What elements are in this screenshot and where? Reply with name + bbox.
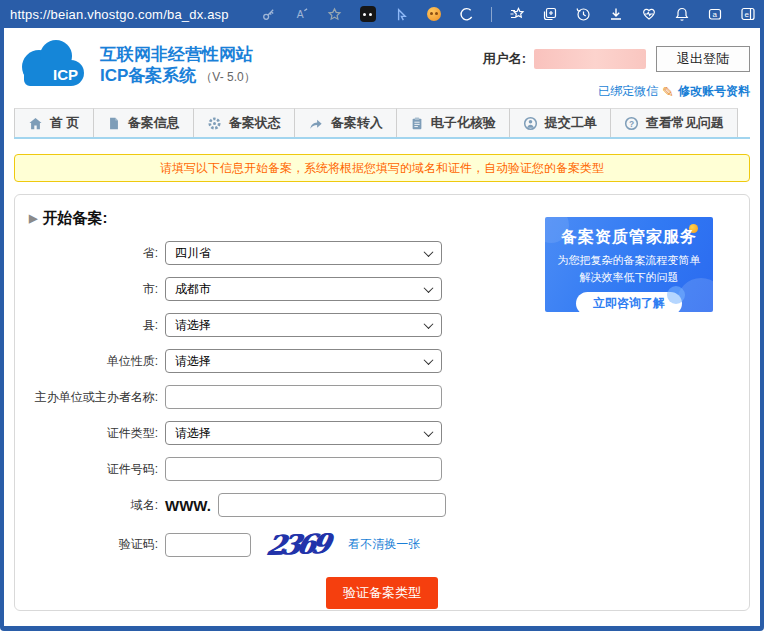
county-select-value: 请选择 xyxy=(175,317,211,334)
ticket-icon xyxy=(523,116,538,131)
svg-text:a: a xyxy=(712,10,717,19)
chevron-down-icon xyxy=(424,355,434,365)
browser-essentials-icon[interactable] xyxy=(640,6,657,23)
brand-title: 互联网非经营性网站 ICP备案系统（V- 5.0） xyxy=(100,40,256,104)
tab-filing-transfer[interactable]: 备案转入 xyxy=(295,108,397,137)
username-label: 用户名: xyxy=(483,50,526,68)
tab-label: 首 页 xyxy=(50,114,80,132)
form-row-cert-type: 证件类型: 请选择 xyxy=(15,421,749,445)
downloads-icon[interactable] xyxy=(607,6,624,23)
tab-filing-status[interactable]: 备案状态 xyxy=(194,108,295,137)
cert-type-select[interactable]: 请选择 xyxy=(165,421,442,445)
chevron-down-icon xyxy=(424,427,434,437)
form-row-domain: 域名: WWW. xyxy=(15,493,749,517)
edit-account-link[interactable]: 修改账号资料 xyxy=(678,83,750,100)
chevron-down-icon xyxy=(424,283,434,293)
tab-label: 提交工单 xyxy=(545,114,597,132)
form-row-org-name: 主办单位或主办者名称: xyxy=(15,385,749,409)
transfer-icon xyxy=(308,116,324,131)
domain-input[interactable] xyxy=(218,493,446,517)
verify-icon xyxy=(410,116,424,131)
logout-button[interactable]: 退出登陆 xyxy=(656,46,750,72)
www-prefix: WWW. xyxy=(165,497,211,514)
brand-line2: ICP备案系统 xyxy=(100,66,196,85)
city-label: 市: xyxy=(15,281,165,298)
chevron-down-icon xyxy=(424,247,434,257)
question-icon: ? xyxy=(624,116,639,131)
promo-title: 备案资质管家服务 xyxy=(545,227,713,248)
province-label: 省: xyxy=(15,245,165,262)
version-label: （V- 5.0） xyxy=(200,70,255,84)
collections-icon[interactable] xyxy=(541,6,558,23)
svg-text:?: ? xyxy=(629,118,634,128)
verify-filing-type-button[interactable]: 验证备案类型 xyxy=(326,577,438,609)
cert-number-input[interactable] xyxy=(165,457,442,481)
favorites-bar-icon[interactable] xyxy=(508,6,525,23)
file-icon xyxy=(107,116,121,131)
submit-row: 验证备案类型 xyxy=(15,577,749,609)
logo-text: ICP xyxy=(53,66,78,83)
username-value-redacted xyxy=(534,49,646,69)
org-type-select-value: 请选择 xyxy=(175,353,211,370)
org-name-input[interactable] xyxy=(165,385,442,409)
extension-robot-icon[interactable] xyxy=(359,6,376,23)
province-select[interactable]: 四川省 xyxy=(165,241,442,265)
city-select-value: 成都市 xyxy=(175,281,211,298)
notice-banner: 请填写以下信息开始备案，系统将根据您填写的域名和证件，自动验证您的备案类型 xyxy=(14,154,750,182)
main-nav: 首 页 备案信息 备案状态 备案转入 电子化核验 提交工单 xyxy=(14,108,750,139)
address-url[interactable]: https://beian.vhostgo.com/ba_dx.asp xyxy=(10,7,229,22)
icp-cloud-logo: ICP xyxy=(22,40,86,88)
svg-text:A: A xyxy=(297,9,304,20)
pointer-extension-icon[interactable] xyxy=(392,6,409,23)
form-heading-text: 开始备案: xyxy=(42,209,107,228)
form-row-county: 县: 请选择 xyxy=(15,313,749,337)
toolbar-divider xyxy=(491,7,492,22)
cert-type-select-value: 请选择 xyxy=(175,425,211,442)
home-icon xyxy=(28,116,43,131)
tab-label: 电子化核验 xyxy=(431,114,496,132)
org-type-select[interactable]: 请选择 xyxy=(165,349,442,373)
captcha-input[interactable] xyxy=(165,533,251,557)
wechat-bound-link[interactable]: 已绑定微信 xyxy=(598,83,658,100)
captcha-label: 验证码: xyxy=(15,536,165,553)
promo-banner[interactable]: 备案资质管家服务 为您把复杂的备案流程变简单 解决效率低下的问题 立即咨询了解 xyxy=(545,217,713,312)
county-select[interactable]: 请选择 xyxy=(165,313,442,337)
form-row-cert-number: 证件号码: xyxy=(15,457,749,481)
screenshot-icon[interactable]: a xyxy=(706,6,723,23)
promo-line1: 为您把复杂的备案流程变简单 xyxy=(545,253,713,268)
favorite-star-icon[interactable] xyxy=(326,6,343,23)
user-box: 用户名: 退出登陆 已绑定微信 ✎ 修改账号资料 xyxy=(483,40,750,104)
password-key-icon[interactable] xyxy=(260,6,277,23)
captcha-refresh-link[interactable]: 看不清换一张 xyxy=(348,536,420,553)
county-label: 县: xyxy=(15,317,165,334)
domain-label: 域名: xyxy=(15,497,165,514)
history-icon[interactable] xyxy=(574,6,591,23)
form-row-captcha: 验证码: 2369 看不清换一张 xyxy=(15,529,749,560)
emoji-extension-icon[interactable] xyxy=(425,6,442,23)
sidebar-edge-icon[interactable]: e xyxy=(739,6,756,23)
tab-home[interactable]: 首 页 xyxy=(14,108,94,137)
tab-label: 备案状态 xyxy=(229,114,281,132)
tab-filing-info[interactable]: 备案信息 xyxy=(94,108,194,137)
browser-toolbar: A xyxy=(260,6,756,23)
chevron-down-icon xyxy=(424,319,434,329)
cookie-icon[interactable] xyxy=(458,6,475,23)
pencil-icon: ✎ xyxy=(662,84,674,100)
brand-line1: 互联网非经营性网站 xyxy=(100,44,256,65)
filing-form-panel: ▶ 开始备案: 省: 四川省 市: 成都市 xyxy=(14,194,750,611)
city-select[interactable]: 成都市 xyxy=(165,277,442,301)
org-name-label: 主办单位或主办者名称: xyxy=(15,389,165,406)
org-type-label: 单位性质: xyxy=(15,353,165,370)
read-aloud-icon[interactable]: A xyxy=(293,6,310,23)
tab-label: 备案信息 xyxy=(128,114,180,132)
cert-type-label: 证件类型: xyxy=(15,425,165,442)
site-header: ICP 互联网非经营性网站 ICP备案系统（V- 5.0） 用户名: 退出登陆 … xyxy=(14,28,750,104)
captcha-image[interactable]: 2369 xyxy=(264,528,329,561)
status-icon xyxy=(207,116,222,131)
tab-faq[interactable]: ? 查看常见问题 xyxy=(611,108,738,137)
tab-e-verification[interactable]: 电子化核验 xyxy=(397,108,510,137)
heading-arrow-icon: ▶ xyxy=(29,212,37,225)
tab-submit-ticket[interactable]: 提交工单 xyxy=(510,108,611,137)
svg-text:e: e xyxy=(744,10,749,19)
notifications-icon[interactable] xyxy=(673,6,690,23)
